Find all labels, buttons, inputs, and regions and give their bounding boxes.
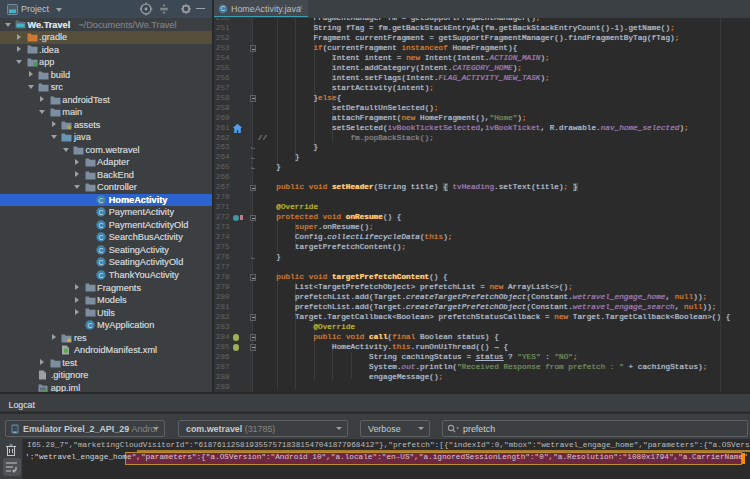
svg-text:C: C xyxy=(87,322,92,329)
svg-text:C: C xyxy=(99,271,104,278)
svg-text:C: C xyxy=(99,259,104,266)
svg-text:C: C xyxy=(99,221,104,228)
svg-text:C: C xyxy=(99,234,104,241)
svg-text:C: C xyxy=(99,196,104,203)
svg-text:C: C xyxy=(99,209,104,216)
svg-text:C: C xyxy=(99,246,104,253)
svg-text:C: C xyxy=(221,5,226,12)
